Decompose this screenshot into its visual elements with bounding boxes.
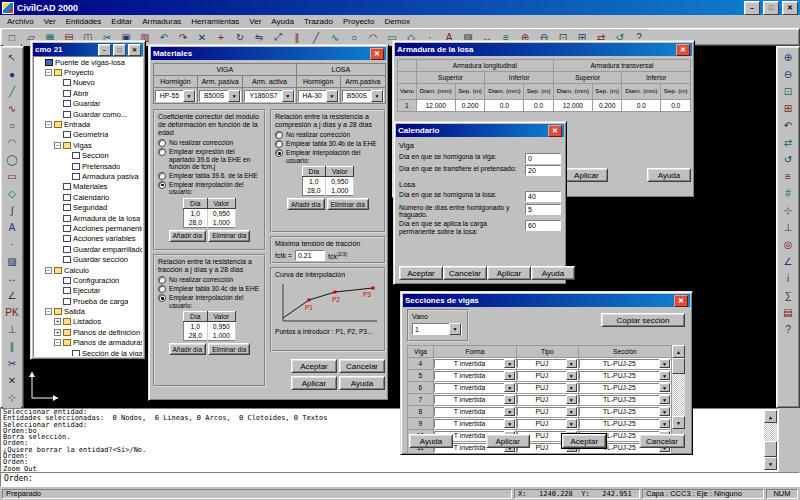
dia-en-que-se-homigona-la-viga-input[interactable]: 0 [525, 153, 561, 164]
tree-node-salida[interactable]: −Salida [34, 306, 142, 316]
calendario-close-button[interactable]: ✕ [548, 125, 562, 137]
dia-en-que-se-aplica-la-carga-pe-input[interactable]: 60 [525, 220, 561, 231]
select-icon[interactable]: ↖ [3, 49, 21, 66]
anadir-dia-button[interactable]: Añadir día [169, 343, 207, 355]
radio-emplear-tabla-39-6-de-la-ehe[interactable]: Emplear tabla 39.6. de la EHE [158, 172, 261, 180]
seccion-select[interactable]: TL-PUJ-25▼ [579, 371, 671, 380]
armadura-value-cell[interactable]: 0.200 [592, 100, 622, 112]
seccion-select[interactable]: TL-PUJ-25▼ [579, 383, 671, 392]
tree-node-pretensado[interactable]: Pretensado [34, 161, 142, 171]
osnap-icon[interactable]: ◎ [779, 236, 797, 253]
tree-node-guardar-emparrillado[interactable]: Guardar emparrillado [34, 244, 142, 254]
redo-icon[interactable]: ↷ [174, 29, 192, 46]
forma-select[interactable]: T invertida▼ [434, 395, 516, 404]
tree-node-nuevo[interactable]: Nuevo [34, 78, 142, 88]
eliminar-dia-button[interactable]: Eliminar día [327, 198, 369, 210]
forma-select[interactable]: T invertida▼ [434, 383, 516, 392]
aplicar-button[interactable]: Aplicar [487, 266, 531, 280]
tree-node-seguridad[interactable]: Seguridad [34, 202, 142, 212]
ortho-icon[interactable]: ⊥ [779, 219, 797, 236]
seccion-select[interactable]: TL-PUJ-25▼ [579, 419, 671, 428]
ayuda-button[interactable]: Ayuda [409, 434, 453, 448]
ayuda-button[interactable]: Ayuda [339, 376, 385, 390]
tree-node-acciones-variables[interactable]: Acciones variables [34, 234, 142, 244]
seccion-select[interactable]: TL-PUJ-25▼ [579, 407, 671, 416]
armadura-value-cell[interactable]: 0.0 [524, 100, 554, 112]
scroll-up-icon[interactable]: ▲ [672, 345, 685, 358]
text-tool-icon[interactable]: A [3, 219, 21, 236]
material-select-hp-55[interactable]: HP-55▼ [155, 90, 196, 102]
day-value-cell[interactable]: 28,0 [184, 218, 208, 228]
polyline-tool-icon[interactable]: ∿ [3, 100, 21, 117]
tree-node-seccion-de-la-viga[interactable]: Sección de la viga [34, 348, 142, 357]
anadir-dia-button[interactable]: Añadir día [169, 230, 207, 242]
tipo-select[interactable]: PUJ▼ [517, 407, 578, 416]
anadir-dia-button[interactable]: Añadir día [287, 198, 325, 210]
day-value-cell[interactable]: 1,000 [326, 186, 354, 196]
seccion-select[interactable]: TL-PUJ-25▼ [579, 359, 671, 368]
scrollbar-thumb[interactable] [764, 441, 777, 457]
tree-toggle[interactable]: + [54, 318, 61, 325]
day-value-cell[interactable]: 1,000 [207, 218, 235, 228]
node-icon[interactable]: ● [3, 66, 21, 83]
arc-tool-icon[interactable]: ◠ [3, 134, 21, 151]
aceptar-button[interactable]: Aceptar [291, 359, 337, 373]
erase-icon[interactable]: ✕ [193, 29, 211, 46]
tree-node-proyecto[interactable]: −Proyecto [34, 67, 142, 77]
armadura-value-cell[interactable]: 0.0 [485, 100, 524, 112]
redraw-view-icon[interactable]: ↺ [779, 151, 797, 168]
trim-tool-icon[interactable]: ✂ [3, 355, 21, 372]
perpendicular-tool-icon[interactable]: ⊥ [3, 321, 21, 338]
zoom-previous-icon[interactable]: ↶ [779, 117, 797, 134]
cancelar-button[interactable]: Cancelar [639, 434, 685, 448]
close-button[interactable]: ✕ [782, 1, 798, 15]
rotate-icon[interactable]: ↻ [231, 29, 249, 46]
armadura-value-cell[interactable]: 0.0 [661, 100, 691, 112]
info-icon[interactable]: i [779, 270, 797, 287]
day-value-cell[interactable]: 0,950 [207, 322, 235, 332]
menu-ayuda[interactable]: Ayuda [266, 16, 299, 27]
help-view-icon[interactable]: ? [779, 321, 797, 338]
polyline-icon[interactable]: ∿ [326, 29, 344, 46]
material-select-b500s[interactable]: B500S▼ [342, 90, 384, 102]
tree-node-guardar-como[interactable]: Guardar como... [34, 109, 142, 119]
ayuda-button[interactable]: Ayuda [531, 266, 575, 280]
aceptar-button[interactable]: Aceptar [399, 266, 443, 280]
tree-node-seccion[interactable]: Sección [34, 151, 142, 161]
day-value-cell[interactable]: 28,0 [302, 186, 326, 196]
layers-view-icon[interactable]: ≡ [779, 168, 797, 185]
materiales-titlebar[interactable]: Materiales ✕ [151, 47, 386, 60]
day-value-cell[interactable]: 1,0 [184, 208, 208, 218]
tipo-select[interactable]: PUJ▼ [517, 395, 578, 404]
move-icon[interactable]: + [212, 29, 230, 46]
tree-node-planos-de-armaduras[interactable]: −Planos de armaduras [34, 338, 142, 348]
secciones-close-button[interactable]: ✕ [674, 295, 688, 307]
pan-view-icon[interactable]: ⇄ [779, 134, 797, 151]
day-value-cell[interactable]: 0,950 [326, 177, 354, 187]
vigas-table-scrollbar[interactable]: ▲ ▼ [672, 345, 685, 429]
material-select-ha-30[interactable]: HA-30▼ [298, 90, 339, 102]
armadura-titlebar[interactable]: Armadura de la losa ✕ [395, 43, 692, 56]
tree-node-calendario[interactable]: Calendario [34, 192, 142, 202]
zoom-extents-view-icon[interactable]: ⊞ [779, 100, 797, 117]
aceptar-button[interactable]: Aceptar [562, 434, 606, 448]
menu-ver[interactable]: Ver [244, 16, 266, 27]
cancelar-button[interactable]: Cancelar [339, 359, 385, 373]
tree-node-geometria[interactable]: Geometría [34, 130, 142, 140]
radio-no-realizar-correccion[interactable]: No realizar corrección [158, 276, 261, 284]
tipo-select[interactable]: PUJ▼ [517, 383, 578, 392]
forma-select[interactable]: T invertida▼ [434, 407, 516, 416]
rectangle-tool-icon[interactable]: ▭ [3, 168, 21, 185]
snap-icon[interactable]: ⊹ [779, 202, 797, 219]
tree-toggle[interactable]: − [45, 69, 52, 76]
tree-node-armadura-pasiva[interactable]: Armadura pasiva [34, 171, 142, 181]
menu-demox[interactable]: Demox [380, 16, 415, 27]
eliminar-dia-button[interactable]: Eliminar día [208, 343, 250, 355]
tree-node-ejecutar[interactable]: Ejecutar [34, 286, 142, 296]
tree-node-acciones-permanentes[interactable]: Acciones permanentes [34, 223, 142, 233]
vano-select[interactable]: 1 ▼ [412, 323, 462, 335]
eliminar-dia-button[interactable]: Eliminar día [208, 230, 250, 242]
day-value-cell[interactable]: 28,0 [184, 331, 208, 341]
forma-select[interactable]: T invertida▼ [434, 371, 516, 380]
day-value-cell[interactable]: 1,0 [302, 177, 326, 187]
